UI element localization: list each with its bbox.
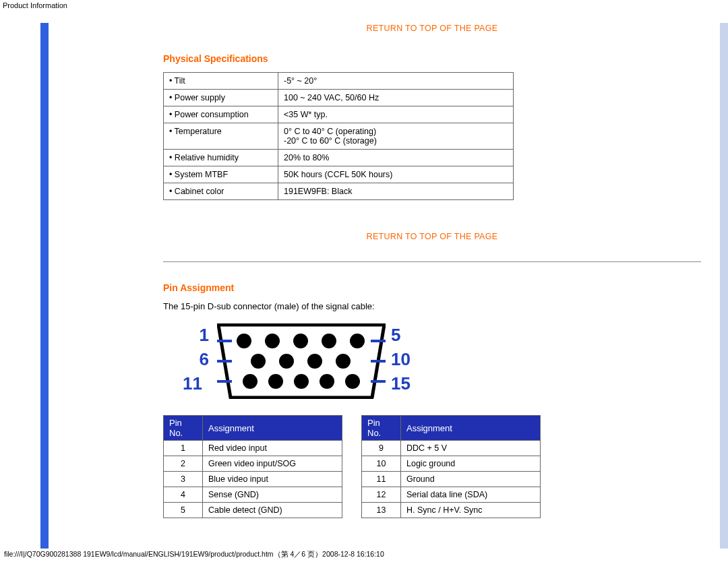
pin-assignment: Ground: [401, 472, 541, 487]
return-top-link-mid: RETURN TO TOP OF THE PAGE: [163, 231, 701, 241]
dsub-svg: [217, 323, 386, 399]
right-stripe: [720, 23, 728, 549]
section-divider: [163, 261, 701, 262]
svg-point-8: [307, 354, 322, 369]
svg-point-2: [265, 334, 280, 348]
pin-assignment: DDC + 5 V: [401, 441, 541, 456]
pin-assignment-desc: The 15-pin D-sub connector (male) of the…: [163, 301, 701, 311]
spec-value: 0° C to 40° C (operating)-20° C to 60° C…: [278, 123, 514, 150]
pin-assignment: Sense (GND): [203, 487, 342, 503]
pin-number: 2: [164, 456, 203, 472]
table-row: 12Serial data line (SDA): [362, 487, 541, 503]
content: RETURN TO TOP OF THE PAGE Physical Speci…: [49, 23, 728, 549]
pin-number: 11: [362, 472, 401, 487]
pin-number: 4: [164, 487, 203, 503]
return-top-anchor[interactable]: RETURN TO TOP OF THE PAGE: [367, 24, 498, 33]
pin-assignment: Green video input/SOG: [203, 456, 342, 472]
pin-number: 12: [362, 487, 401, 503]
spec-label: • Cabinet color: [164, 183, 278, 200]
return-top-link-upper: RETURN TO TOP OF THE PAGE: [163, 23, 701, 33]
spec-value: 50K hours (CCFL 50K hours): [278, 166, 514, 183]
table-row: • Power supply100 ~ 240 VAC, 50/60 Hz: [164, 90, 514, 106]
table-row: • Tilt-5° ~ 20°: [164, 73, 514, 90]
table-row: • Temperature0° C to 40° C (operating)-2…: [164, 123, 514, 150]
physical-spec-heading: Physical Specifications: [163, 53, 701, 64]
spec-value: 191EW9FB: Black: [278, 183, 514, 200]
pin-header-no: Pin No.: [164, 416, 203, 441]
svg-point-13: [320, 374, 334, 389]
spec-label: • Power consumption: [164, 106, 278, 123]
svg-point-9: [336, 354, 351, 369]
pin-tables-wrap: Pin No. Assignment 1Red video input2Gree…: [163, 415, 541, 518]
table-row: 9DDC + 5 V: [362, 441, 541, 456]
diagram-label-6: 6: [182, 349, 209, 370]
pin-number: 9: [362, 441, 401, 456]
dsub-connector-diagram: 1 6 11 5 10 15: [163, 321, 701, 402]
spec-label: • Relative humidity: [164, 150, 278, 166]
svg-point-3: [293, 334, 308, 348]
svg-point-11: [268, 374, 283, 389]
pin-table-right: Pin No. Assignment 9DDC + 5 V10Logic gro…: [361, 415, 541, 518]
left-stripe: [40, 23, 49, 549]
pin-assignment: H. Sync / H+V. Sync: [401, 503, 541, 518]
table-row: • Cabinet color191EW9FB: Black: [164, 183, 514, 200]
pin-assignment: Red video input: [203, 441, 342, 456]
spec-label: • Power supply: [164, 90, 278, 106]
svg-point-6: [251, 354, 266, 369]
pin-header-assign: Assignment: [401, 416, 541, 441]
diagram-label-10: 10: [391, 349, 418, 370]
pin-number: 5: [164, 503, 203, 518]
diagram-label-11: 11: [175, 373, 202, 394]
pin-header-assign: Assignment: [203, 416, 342, 441]
table-row: 13H. Sync / H+V. Sync: [362, 503, 541, 518]
diagram-label-15: 15: [391, 373, 418, 394]
table-row: • Power consumption<35 W* typ.: [164, 106, 514, 123]
table-row: • Relative humidity20% to 80%: [164, 150, 514, 166]
table-row: 5Cable detect (GND): [164, 503, 342, 518]
table-row: 2Green video input/SOG: [164, 456, 342, 472]
pin-assignment: Blue video input: [203, 472, 342, 487]
svg-point-7: [279, 354, 294, 369]
table-row: 10Logic ground: [362, 456, 541, 472]
table-row: • System MTBF50K hours (CCFL 50K hours): [164, 166, 514, 183]
pin-assignment: Serial data line (SDA): [401, 487, 541, 503]
pin-number: 1: [164, 441, 203, 456]
pin-header-no: Pin No.: [362, 416, 401, 441]
svg-point-5: [350, 334, 365, 348]
diagram-label-5: 5: [391, 325, 418, 346]
pin-table-left: Pin No. Assignment 1Red video input2Gree…: [163, 415, 342, 518]
return-top-anchor[interactable]: RETURN TO TOP OF THE PAGE: [367, 232, 498, 241]
spec-label: • System MTBF: [164, 166, 278, 183]
spec-value: -5° ~ 20°: [278, 73, 514, 90]
table-row: 4Sense (GND): [164, 487, 342, 503]
svg-point-1: [237, 334, 251, 348]
spec-value: 20% to 80%: [278, 150, 514, 166]
table-row: 3Blue video input: [164, 472, 342, 487]
page-header-title: Product Information: [0, 0, 728, 11]
page-wrap: RETURN TO TOP OF THE PAGE Physical Speci…: [0, 23, 728, 549]
table-row: 1Red video input: [164, 441, 342, 456]
table-row: 11Ground: [362, 472, 541, 487]
pin-assignment-heading: Pin Assignment: [163, 282, 701, 293]
pin-number: 13: [362, 503, 401, 518]
spec-value: 100 ~ 240 VAC, 50/60 Hz: [278, 90, 514, 106]
pin-number: 3: [164, 472, 203, 487]
svg-point-14: [345, 374, 360, 389]
svg-point-12: [294, 374, 309, 389]
diagram-label-1: 1: [182, 325, 209, 346]
pin-number: 10: [362, 456, 401, 472]
spec-label: • Temperature: [164, 123, 278, 150]
spec-value: <35 W* typ.: [278, 106, 514, 123]
svg-point-4: [322, 334, 336, 348]
pin-assignment: Cable detect (GND): [203, 503, 342, 518]
svg-point-10: [243, 374, 257, 389]
pin-assignment: Logic ground: [401, 456, 541, 472]
physical-spec-table: • Tilt-5° ~ 20°• Power supply100 ~ 240 V…: [163, 72, 514, 200]
spec-label: • Tilt: [164, 73, 278, 90]
